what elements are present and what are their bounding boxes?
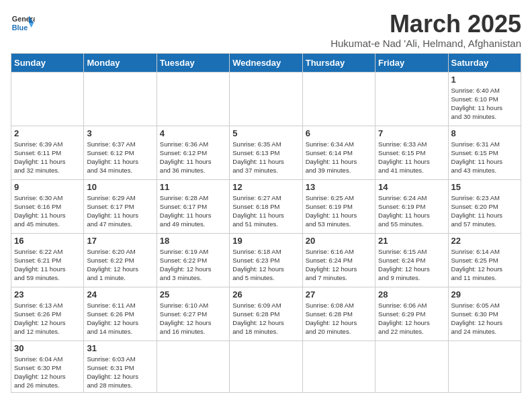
day-number: 21 (378, 236, 445, 246)
calendar-cell: 6Sunrise: 6:34 AM Sunset: 6:14 PM Daylig… (302, 126, 375, 179)
day-number: 4 (160, 128, 226, 138)
calendar-cell: 22Sunrise: 6:14 AM Sunset: 6:25 PM Dayli… (448, 233, 521, 287)
calendar-row-5: 30Sunrise: 6:04 AM Sunset: 6:30 PM Dayli… (11, 340, 521, 392)
day-number: 10 (87, 182, 153, 192)
day-number: 29 (451, 289, 518, 300)
calendar-cell: 30Sunrise: 6:04 AM Sunset: 6:30 PM Dayli… (11, 340, 84, 392)
calendar-cell: 31Sunrise: 6:03 AM Sunset: 6:31 PM Dayli… (84, 340, 157, 392)
logo-icon: General Blue (11, 11, 35, 35)
day-number: 5 (232, 128, 299, 138)
day-content: Sunrise: 6:04 AM Sunset: 6:30 PM Dayligh… (14, 355, 81, 390)
day-content: Sunrise: 6:29 AM Sunset: 6:17 PM Dayligh… (87, 193, 153, 229)
day-number: 3 (87, 128, 153, 138)
calendar-cell (302, 72, 375, 126)
day-number: 8 (451, 128, 518, 138)
calendar-cell (448, 340, 521, 392)
day-content: Sunrise: 6:39 AM Sunset: 6:11 PM Dayligh… (14, 140, 81, 175)
day-content: Sunrise: 6:34 AM Sunset: 6:14 PM Dayligh… (306, 140, 372, 175)
calendar-cell (11, 72, 84, 126)
month-title: March 2025 (330, 11, 521, 38)
calendar-cell: 8Sunrise: 6:31 AM Sunset: 6:15 PM Daylig… (448, 126, 521, 179)
calendar-row-2: 9Sunrise: 6:30 AM Sunset: 6:16 PM Daylig… (11, 179, 521, 233)
day-number: 9 (14, 182, 81, 192)
calendar-cell (84, 72, 157, 126)
day-content: Sunrise: 6:18 AM Sunset: 6:23 PM Dayligh… (232, 247, 299, 283)
weekday-header-friday: Friday (375, 53, 448, 72)
day-number: 27 (306, 289, 372, 300)
day-number: 19 (232, 236, 299, 246)
calendar-cell: 26Sunrise: 6:09 AM Sunset: 6:28 PM Dayli… (230, 287, 302, 340)
day-number: 11 (160, 182, 226, 192)
calendar-row-0: 1Sunrise: 6:40 AM Sunset: 6:10 PM Daylig… (11, 72, 521, 126)
calendar-cell: 17Sunrise: 6:20 AM Sunset: 6:22 PM Dayli… (84, 233, 157, 287)
day-number: 28 (378, 289, 445, 300)
calendar-cell: 25Sunrise: 6:10 AM Sunset: 6:27 PM Dayli… (157, 287, 229, 340)
weekday-header-saturday: Saturday (448, 53, 521, 72)
svg-text:Blue: Blue (12, 24, 28, 32)
day-content: Sunrise: 6:08 AM Sunset: 6:28 PM Dayligh… (306, 301, 372, 336)
calendar-cell: 14Sunrise: 6:24 AM Sunset: 6:19 PM Dayli… (375, 179, 448, 233)
day-content: Sunrise: 6:36 AM Sunset: 6:12 PM Dayligh… (160, 140, 226, 175)
weekday-header-thursday: Thursday (302, 53, 375, 72)
day-content: Sunrise: 6:16 AM Sunset: 6:24 PM Dayligh… (306, 247, 372, 283)
day-number: 23 (14, 289, 81, 300)
day-number: 18 (160, 236, 226, 246)
day-content: Sunrise: 6:33 AM Sunset: 6:15 PM Dayligh… (378, 140, 445, 175)
calendar-cell (157, 72, 229, 126)
day-number: 17 (87, 236, 153, 246)
day-content: Sunrise: 6:37 AM Sunset: 6:12 PM Dayligh… (87, 140, 153, 175)
day-content: Sunrise: 6:40 AM Sunset: 6:10 PM Dayligh… (451, 86, 518, 122)
day-content: Sunrise: 6:09 AM Sunset: 6:28 PM Dayligh… (232, 301, 299, 336)
location-subtitle: Hukumat-e Nad 'Ali, Helmand, Afghanistan (330, 38, 521, 49)
day-content: Sunrise: 6:22 AM Sunset: 6:21 PM Dayligh… (14, 247, 81, 283)
calendar-cell: 15Sunrise: 6:23 AM Sunset: 6:20 PM Dayli… (448, 179, 521, 233)
calendar-cell (375, 340, 448, 392)
day-number: 30 (14, 343, 81, 353)
day-number: 15 (451, 182, 518, 192)
day-content: Sunrise: 6:06 AM Sunset: 6:29 PM Dayligh… (378, 301, 445, 336)
svg-marker-3 (29, 23, 34, 28)
calendar-cell: 1Sunrise: 6:40 AM Sunset: 6:10 PM Daylig… (448, 72, 521, 126)
calendar-cell: 2Sunrise: 6:39 AM Sunset: 6:11 PM Daylig… (11, 126, 84, 179)
day-number: 22 (451, 236, 518, 246)
day-number: 25 (160, 289, 226, 300)
day-content: Sunrise: 6:30 AM Sunset: 6:16 PM Dayligh… (14, 193, 81, 229)
calendar-row-4: 23Sunrise: 6:13 AM Sunset: 6:26 PM Dayli… (11, 287, 521, 340)
calendar-cell: 18Sunrise: 6:19 AM Sunset: 6:22 PM Dayli… (157, 233, 229, 287)
day-number: 24 (87, 289, 153, 300)
calendar-cell: 21Sunrise: 6:15 AM Sunset: 6:24 PM Dayli… (375, 233, 448, 287)
day-content: Sunrise: 6:20 AM Sunset: 6:22 PM Dayligh… (87, 247, 153, 283)
day-content: Sunrise: 6:19 AM Sunset: 6:22 PM Dayligh… (160, 247, 226, 283)
day-number: 1 (451, 75, 518, 85)
day-content: Sunrise: 6:31 AM Sunset: 6:15 PM Dayligh… (451, 140, 518, 175)
day-content: Sunrise: 6:11 AM Sunset: 6:26 PM Dayligh… (87, 301, 153, 336)
day-number: 7 (378, 128, 445, 138)
day-number: 12 (232, 182, 299, 192)
day-number: 26 (232, 289, 299, 300)
calendar-cell: 11Sunrise: 6:28 AM Sunset: 6:17 PM Dayli… (157, 179, 229, 233)
day-content: Sunrise: 6:35 AM Sunset: 6:13 PM Dayligh… (232, 140, 299, 175)
day-content: Sunrise: 6:05 AM Sunset: 6:30 PM Dayligh… (451, 301, 518, 336)
weekday-header-tuesday: Tuesday (157, 53, 229, 72)
logo: General Blue (11, 11, 35, 35)
day-content: Sunrise: 6:25 AM Sunset: 6:19 PM Dayligh… (306, 193, 372, 229)
day-content: Sunrise: 6:28 AM Sunset: 6:17 PM Dayligh… (160, 193, 226, 229)
calendar-cell: 7Sunrise: 6:33 AM Sunset: 6:15 PM Daylig… (375, 126, 448, 179)
calendar-cell: 3Sunrise: 6:37 AM Sunset: 6:12 PM Daylig… (84, 126, 157, 179)
day-number: 2 (14, 128, 81, 138)
calendar-cell: 9Sunrise: 6:30 AM Sunset: 6:16 PM Daylig… (11, 179, 84, 233)
day-content: Sunrise: 6:03 AM Sunset: 6:31 PM Dayligh… (87, 355, 153, 390)
calendar: SundayMondayTuesdayWednesdayThursdayFrid… (11, 53, 521, 393)
day-number: 31 (87, 343, 153, 353)
title-area: March 2025 Hukumat-e Nad 'Ali, Helmand, … (330, 11, 521, 49)
calendar-cell: 23Sunrise: 6:13 AM Sunset: 6:26 PM Dayli… (11, 287, 84, 340)
calendar-cell: 13Sunrise: 6:25 AM Sunset: 6:19 PM Dayli… (302, 179, 375, 233)
calendar-cell: 24Sunrise: 6:11 AM Sunset: 6:26 PM Dayli… (84, 287, 157, 340)
calendar-cell: 28Sunrise: 6:06 AM Sunset: 6:29 PM Dayli… (375, 287, 448, 340)
calendar-cell: 5Sunrise: 6:35 AM Sunset: 6:13 PM Daylig… (230, 126, 302, 179)
day-content: Sunrise: 6:23 AM Sunset: 6:20 PM Dayligh… (451, 193, 518, 229)
calendar-cell: 20Sunrise: 6:16 AM Sunset: 6:24 PM Dayli… (302, 233, 375, 287)
day-number: 20 (306, 236, 372, 246)
calendar-cell: 29Sunrise: 6:05 AM Sunset: 6:30 PM Dayli… (448, 287, 521, 340)
weekday-header-monday: Monday (84, 53, 157, 72)
